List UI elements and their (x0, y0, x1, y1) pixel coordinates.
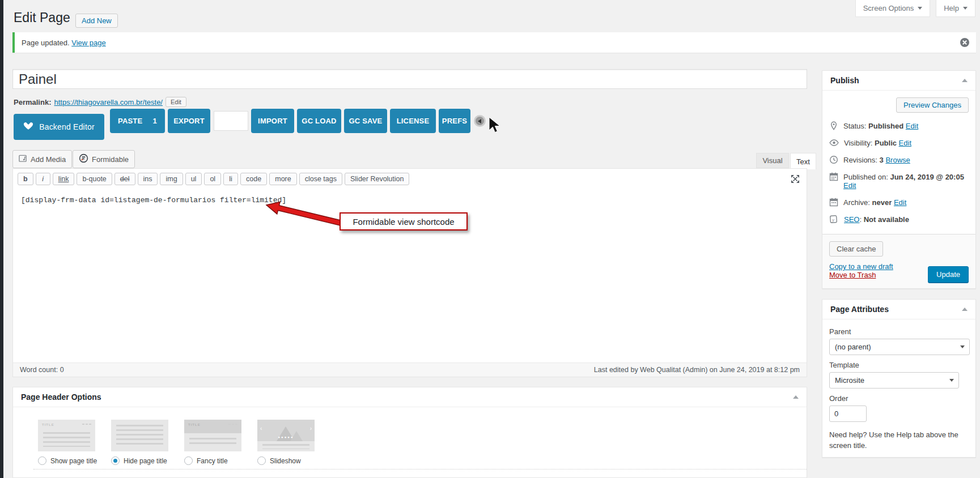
preview-changes-button[interactable]: Preview Changes (896, 97, 969, 113)
quicktag-del[interactable]: del (114, 173, 135, 185)
quicktag-bquote[interactable]: b-quote (77, 173, 112, 185)
seo-separator: : (859, 215, 862, 224)
option-label: Fancy title (197, 457, 228, 465)
formidable-button[interactable]: Formidable (73, 150, 135, 168)
header-options-row: TITLE Show page title Hide page title (13, 407, 807, 465)
tab-text[interactable]: Text (790, 153, 816, 169)
quicktags-toolbar: b i link b-quote del ins img ul ol li co… (13, 169, 807, 189)
gc-load-button[interactable]: GC LOAD (297, 109, 341, 133)
radio-hide-page-title[interactable]: Hide page title (111, 456, 168, 465)
visibility-edit-link[interactable]: Edit (899, 139, 911, 147)
vc-slot-input[interactable] (214, 111, 248, 131)
template-select[interactable]: Microsite (829, 372, 959, 389)
quicktag-ins[interactable]: ins (138, 173, 158, 185)
license-button[interactable]: LICENSE (390, 109, 436, 133)
permalink-edit-button[interactable]: Edit (166, 97, 186, 107)
permalink-link[interactable]: https://thiagovarella.com.br/teste/ (54, 98, 162, 106)
quicktag-close-tags[interactable]: close tags (299, 173, 342, 185)
quicktag-italic[interactable]: i (36, 173, 50, 185)
radio-show-page-title[interactable]: Show page title (38, 456, 95, 465)
help-label: Help (944, 4, 959, 12)
gc-save-button[interactable]: GC SAVE (344, 109, 387, 133)
clear-cache-button[interactable]: Clear cache (829, 241, 883, 257)
template-selected-value: Microsite (835, 376, 864, 385)
parent-select[interactable]: (no parent) (829, 339, 970, 355)
page-header-options-header: Page Header Options (13, 387, 807, 407)
update-button[interactable]: Update (928, 266, 969, 283)
radio-dot (113, 459, 117, 463)
add-media-button[interactable]: Add Media (12, 150, 72, 168)
fullscreen-icon[interactable] (791, 174, 800, 186)
dismiss-notice-icon[interactable] (959, 37, 970, 48)
order-input[interactable] (829, 406, 867, 422)
published-on-label: Published on: (843, 173, 888, 181)
backend-editor-button[interactable]: Backend Editor (14, 114, 104, 140)
header-option-slideshow: ‹ › ●●●●● Slideshow (257, 420, 315, 465)
add-new-button[interactable]: Add New (75, 14, 118, 28)
update-notice: Page updated. View page (12, 32, 976, 53)
annotation-callout: Formidable view shortcode (340, 212, 468, 231)
editor-status-bar: Word count: 0 Last edited by Web Qualita… (13, 362, 807, 377)
quicktag-ol[interactable]: ol (204, 173, 221, 185)
thumb-title-text: TITLE (188, 423, 201, 426)
page-title: Edit Page (14, 10, 70, 25)
post-title-input[interactable] (12, 69, 807, 89)
revisions-value: 3 (880, 156, 884, 164)
edit-page-screen: Screen Options Help Edit Page Add New Pa… (0, 0, 980, 478)
show-title-thumbnail: TITLE (38, 420, 95, 451)
permalink-label: Permalink: (14, 98, 51, 106)
radio-slideshow[interactable]: Slideshow (257, 456, 315, 465)
paste-button[interactable]: PASTE 1 (110, 109, 165, 133)
thumb-text-lines (43, 432, 90, 447)
editor-textarea[interactable]: [display-frm-data id=listagem-de-formula… (13, 189, 807, 211)
view-page-link[interactable]: View page (71, 39, 105, 47)
collapse-toggle-icon[interactable] (962, 79, 968, 82)
parent-selected-value: (no parent) (835, 343, 871, 351)
radio-icon-checked[interactable] (111, 456, 120, 465)
archive-edit-link[interactable]: Edit (894, 198, 906, 207)
export-button[interactable]: EXPORT (168, 109, 210, 133)
prefs-button[interactable]: PREFS (439, 109, 470, 133)
quicktag-link[interactable]: link (53, 173, 75, 185)
collapse-toggle-icon[interactable] (793, 395, 799, 399)
quicktag-li[interactable]: li (223, 173, 238, 185)
radio-fancy-title[interactable]: Fancy title (184, 456, 241, 465)
status-row: Status: Published Edit (829, 122, 969, 130)
thumb-band (184, 420, 241, 433)
collapse-toolbar-button[interactable] (474, 115, 486, 127)
admin-menu-strip[interactable] (0, 0, 3, 478)
quicktag-more[interactable]: more (269, 173, 296, 185)
arrow-left-icon (478, 119, 481, 123)
eye-icon (829, 138, 839, 147)
quicktag-bold[interactable]: b (18, 173, 33, 185)
radio-icon[interactable] (38, 456, 46, 465)
collapse-toggle-icon[interactable] (962, 308, 968, 311)
archive-label: Archive: (843, 198, 870, 207)
radio-icon[interactable] (184, 456, 193, 465)
add-media-label: Add Media (31, 155, 66, 164)
import-button[interactable]: IMPORT (251, 109, 294, 133)
quicktag-img[interactable]: img (160, 173, 183, 185)
thumb-dashes (82, 424, 91, 425)
move-to-trash-link[interactable]: Move to Trash (829, 271, 876, 279)
quicktag-ul[interactable]: ul (185, 173, 202, 185)
quicktag-slider-revolution[interactable]: Slider Revolution (345, 173, 410, 185)
seo-link[interactable]: SEO (844, 215, 859, 224)
revisions-browse-link[interactable]: Browse (885, 156, 910, 164)
slideshow-thumbnail: ‹ › ●●●●● (257, 420, 315, 451)
publish-box: Publish Preview Changes Status: Publishe… (822, 70, 976, 289)
radio-icon[interactable] (257, 456, 266, 465)
status-edit-link[interactable]: Edit (906, 122, 918, 130)
media-icon (19, 155, 27, 164)
help-tab[interactable]: Help (936, 0, 975, 17)
dotted-separator (33, 469, 807, 470)
visibility-row: Visibility: Public Edit (829, 139, 969, 147)
word-count-label: Word count: (20, 366, 58, 374)
tab-visual[interactable]: Visual (756, 153, 789, 168)
copy-to-draft-link[interactable]: Copy to a new draft (829, 262, 893, 271)
published-on-edit-link[interactable]: Edit (843, 181, 856, 190)
quicktag-code[interactable]: code (240, 173, 267, 185)
screen-options-tab[interactable]: Screen Options (855, 0, 930, 17)
chevron-down-icon (963, 7, 968, 10)
paste-label: PASTE (118, 117, 142, 125)
